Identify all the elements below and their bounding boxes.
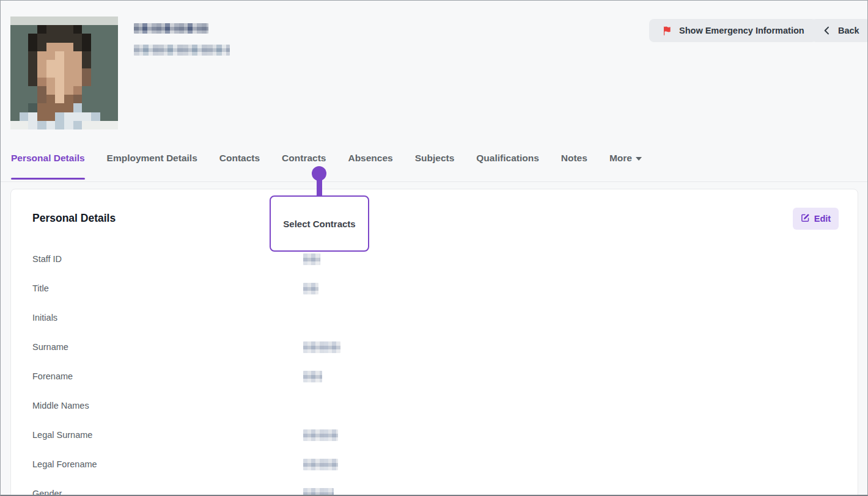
- field-value-redacted: [303, 253, 320, 265]
- field-label: Initials: [32, 313, 303, 323]
- tab-contracts[interactable]: Contracts: [282, 151, 326, 164]
- tab-contracts-label: Contracts: [282, 153, 326, 164]
- field-row-gender: Gender: [32, 479, 836, 496]
- profile-photo: [10, 16, 118, 129]
- tab-subjects[interactable]: Subjects: [415, 151, 455, 164]
- field-label: Surname: [32, 342, 303, 352]
- show-emergency-information-button[interactable]: Show Emergency Information: [649, 19, 817, 42]
- back-button[interactable]: Back: [811, 19, 868, 42]
- panel-title: Personal Details: [32, 212, 116, 225]
- chevron-down-icon: [636, 157, 642, 161]
- select-contracts-callout-label: Select Contracts: [283, 219, 355, 229]
- edit-label: Edit: [814, 214, 831, 224]
- field-row-forename: Forename: [32, 362, 836, 391]
- field-value-redacted: [303, 488, 334, 496]
- field-label: Forename: [32, 371, 303, 381]
- tab-employment-details[interactable]: Employment Details: [107, 151, 197, 164]
- field-row-legal-surname: Legal Surname: [32, 420, 836, 450]
- field-label: Middle Names: [32, 401, 303, 410]
- edit-pencil-icon: [801, 213, 810, 224]
- field-label: Title: [32, 283, 303, 293]
- field-value-redacted: [303, 341, 340, 353]
- tab-employment-details-label: Employment Details: [107, 153, 197, 164]
- personal-details-fields: Staff ID Title Initials Surname Forename…: [32, 244, 836, 496]
- field-value-redacted: [303, 429, 338, 441]
- personal-details-panel: Personal Details Edit Staff ID Title Ini…: [10, 189, 858, 496]
- tab-more-label: More: [609, 153, 632, 164]
- tab-absences-label: Absences: [348, 153, 392, 164]
- field-row-middle-names: Middle Names: [32, 391, 836, 420]
- tab-more[interactable]: More: [609, 151, 642, 164]
- field-row-initials: Initials: [32, 303, 836, 332]
- tab-personal-details-label: Personal Details: [11, 153, 85, 164]
- field-value-redacted: [303, 371, 322, 382]
- field-row-staff-id: Staff ID: [32, 244, 836, 274]
- staff-subtitle-redacted: [134, 45, 230, 56]
- callout-pin-head: [312, 166, 326, 181]
- field-label: Legal Surname: [32, 430, 303, 440]
- field-label: Staff ID: [32, 254, 303, 264]
- tab-qualifications-label: Qualifications: [476, 153, 539, 164]
- field-value-redacted: [303, 283, 318, 294]
- tab-personal-details[interactable]: Personal Details: [11, 151, 85, 164]
- tab-absences[interactable]: Absences: [348, 151, 392, 164]
- tab-notes[interactable]: Notes: [561, 151, 587, 164]
- chevron-left-icon: [822, 26, 832, 35]
- field-label: Legal Forename: [32, 459, 303, 469]
- staff-profile-tabbar: Personal Details Employment Details Cont…: [11, 151, 642, 181]
- tab-contacts-label: Contacts: [219, 153, 260, 164]
- tab-contacts[interactable]: Contacts: [219, 151, 260, 164]
- field-row-legal-forename: Legal Forename: [32, 450, 836, 479]
- field-row-surname: Surname: [32, 332, 836, 362]
- tab-notes-label: Notes: [561, 153, 587, 164]
- staff-name-redacted: [134, 23, 208, 34]
- tab-qualifications[interactable]: Qualifications: [476, 151, 539, 164]
- flag-icon: [661, 25, 673, 37]
- edit-button[interactable]: Edit: [793, 208, 839, 230]
- field-label: Gender: [32, 489, 303, 496]
- back-label: Back: [838, 26, 859, 35]
- tab-subjects-label: Subjects: [415, 153, 455, 164]
- select-contracts-callout: Select Contracts: [270, 195, 369, 252]
- field-value-redacted: [303, 459, 338, 470]
- show-emergency-information-label: Show Emergency Information: [679, 26, 804, 35]
- field-row-title: Title: [32, 274, 836, 303]
- tabbar-divider: [1, 181, 867, 182]
